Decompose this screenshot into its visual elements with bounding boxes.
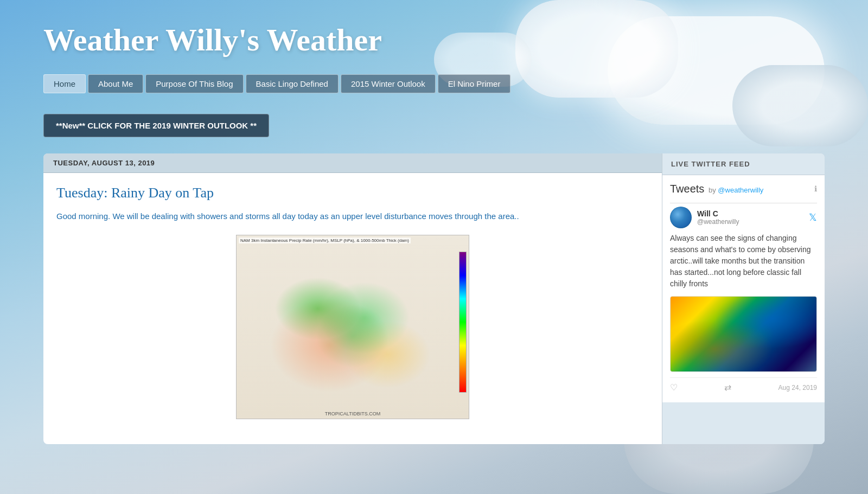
tweet-user-info: Will C @weatherwilly: [670, 207, 739, 228]
blog-date: TUESDAY, AUGUST 13, 2019: [43, 153, 662, 173]
nav-item-lingo[interactable]: Basic Lingo Defined: [246, 74, 339, 93]
tweet-user-details: Will C @weatherwilly: [697, 209, 739, 226]
tweet-card: Will C @weatherwilly 𝕏 Always can see th…: [670, 207, 817, 395]
tweet-image-visual: [671, 297, 816, 371]
tweet-like-button[interactable]: ♡: [670, 382, 678, 393]
twitter-top-bar: Tweets by @weatherwilly ℹ: [670, 183, 817, 195]
blog-intro-text: Good morning. We will be dealing with sh…: [56, 210, 649, 223]
tweet-body-text: Always can see the signs of changing sea…: [670, 233, 817, 290]
divider: [670, 203, 817, 203]
twitter-bird-icon: 𝕏: [809, 211, 817, 223]
map-color-scale: [459, 252, 467, 393]
twitter-by-label: by @weatherwilly: [706, 186, 763, 194]
sidebar: LIVE TWITTER FEED Tweets by @weatherwill…: [662, 153, 825, 444]
tweet-retweet-button[interactable]: ⇄: [724, 382, 731, 393]
tweet-date: Aug 24, 2019: [778, 384, 817, 392]
tweet-avatar: [670, 207, 692, 228]
map-source-label: TROPICALTIDBITS.COM: [325, 411, 380, 416]
main-nav: Home About Me Purpose Of This Blog Basic…: [43, 74, 825, 93]
blog-content: Tuesday: Rainy Day on Tap Good morning. …: [43, 173, 662, 444]
winter-outlook-banner-button[interactable]: **New** CLICK FOR THE 2019 WINTER OUTLOO…: [43, 114, 269, 137]
weather-map-image: NAM 3km Instantaneous Precip Rate (mm/hr…: [236, 235, 469, 419]
blog-post-title: Tuesday: Rainy Day on Tap: [56, 185, 649, 201]
site-title: Weather Willy's Weather: [43, 22, 825, 58]
tweet-username: Will C: [697, 209, 739, 218]
avatar-globe-icon: [671, 207, 691, 228]
site-header: Weather Willy's Weather Home About Me Pu…: [0, 0, 868, 114]
blog-section: TUESDAY, AUGUST 13, 2019 Tuesday: Rainy …: [43, 153, 662, 444]
twitter-title-area: Tweets by @weatherwilly: [670, 183, 763, 195]
tweet-weather-image: [670, 296, 817, 372]
tweet-actions: ♡ ⇄ Aug 24, 2019: [670, 377, 817, 395]
map-header-label: NAM 3km Instantaneous Precip Rate (mm/hr…: [239, 238, 411, 243]
nav-item-winter[interactable]: 2015 Winter Outlook: [341, 74, 436, 93]
tweet-user-row: Will C @weatherwilly 𝕏: [670, 207, 817, 228]
nav-item-about[interactable]: About Me: [88, 74, 143, 93]
tweet-user-handle: @weatherwilly: [697, 218, 739, 226]
weather-map-visual: NAM 3km Instantaneous Precip Rate (mm/hr…: [237, 235, 469, 419]
twitter-widget: Tweets by @weatherwilly ℹ: [662, 175, 825, 402]
info-icon[interactable]: ℹ: [814, 184, 817, 194]
main-content-container: TUESDAY, AUGUST 13, 2019 Tuesday: Rainy …: [43, 153, 825, 444]
sidebar-header: LIVE TWITTER FEED: [662, 153, 825, 175]
nav-item-purpose[interactable]: Purpose Of This Blog: [145, 74, 243, 93]
twitter-title: Tweets: [670, 183, 704, 195]
nav-item-home[interactable]: Home: [43, 74, 86, 93]
twitter-handle-link[interactable]: @weatherwilly: [718, 186, 763, 194]
nav-item-elnino[interactable]: El Nino Primer: [438, 74, 511, 93]
